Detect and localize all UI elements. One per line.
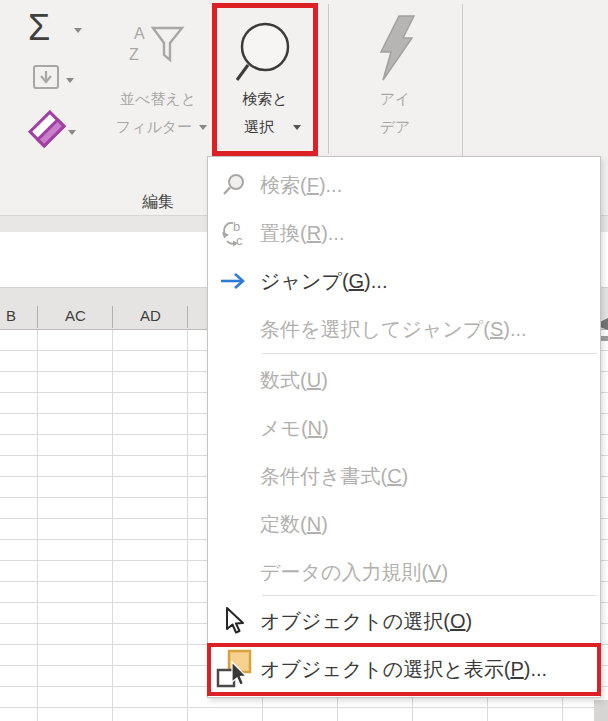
ideas-button[interactable] <box>372 14 418 88</box>
chevron-down-icon[interactable] <box>74 28 82 33</box>
sort-filter-label-line2: フィルター <box>108 118 200 136</box>
autosum-button[interactable]: Σ <box>28 8 50 48</box>
lightning-bolt-icon <box>372 14 418 84</box>
partial-object-marker <box>601 336 608 341</box>
chevron-down-icon[interactable] <box>68 130 76 135</box>
column-header-divider <box>187 306 188 328</box>
svg-text:c: c <box>236 233 243 247</box>
fill-down-button[interactable] <box>32 64 60 96</box>
highlight-box-find-select <box>212 3 318 156</box>
menu-item-formulas: 数式(U) <box>208 356 600 404</box>
menu-item-replace: b c 置換(R)... <box>208 209 600 257</box>
goto-arrow-icon <box>208 271 260 291</box>
scrollbar-corner[interactable] <box>594 700 608 721</box>
fill-down-icon <box>32 64 60 92</box>
replace-icon: b c <box>208 219 260 247</box>
svg-text:b: b <box>233 219 240 234</box>
svg-text:Z: Z <box>129 46 139 63</box>
sort-filter-icon: A Z <box>126 22 186 68</box>
column-header-divider <box>37 306 38 328</box>
chevron-down-icon <box>199 125 207 130</box>
cursor-arrow-icon <box>208 607 260 635</box>
sort-filter-button[interactable]: A Z <box>126 22 186 72</box>
ribbon-group-divider <box>328 4 329 154</box>
eraser-icon <box>26 110 70 150</box>
column-header-divider <box>112 306 113 328</box>
menu-item-constants: 定数(N) <box>208 500 600 548</box>
menu-separator <box>262 353 597 354</box>
ideas-label-line2: デア <box>360 118 430 136</box>
sort-filter-label-line1: 並べ替えと <box>108 90 208 108</box>
menu-item-goto[interactable]: ジャンプ(G)... <box>208 257 600 305</box>
chevron-down-icon[interactable] <box>66 78 74 83</box>
menu-item-conditional-formatting: 条件付き書式(C) <box>208 452 600 500</box>
menu-item-goto-special: 条件を選択してジャンプ(S)... <box>208 305 600 353</box>
svg-text:A: A <box>134 25 145 42</box>
find-select-dropdown-menu: 検索(F)... b c 置換(R)... <box>207 156 601 698</box>
column-header-b[interactable]: B <box>1 306 21 326</box>
ribbon-group-label-editing: 編集 <box>118 192 198 213</box>
menu-separator <box>262 595 597 596</box>
ideas-label-line1: アイ <box>360 90 430 108</box>
menu-item-find: 検索(F)... <box>208 161 600 209</box>
menu-item-notes: メモ(N) <box>208 404 600 452</box>
column-header-ac[interactable]: AC <box>38 306 113 326</box>
column-header-ad[interactable]: AD <box>113 306 188 326</box>
search-icon <box>208 173 260 197</box>
menu-item-select-objects[interactable]: オブジェクトの選択(O) <box>208 597 600 645</box>
clear-button[interactable] <box>26 110 70 154</box>
excel-window: B AC AD Σ A Z 並 <box>0 0 608 721</box>
highlight-box-selection-pane <box>207 643 601 696</box>
menu-item-data-validation: データの入力規則(V) <box>208 548 600 596</box>
ribbon-group-divider <box>462 4 463 156</box>
